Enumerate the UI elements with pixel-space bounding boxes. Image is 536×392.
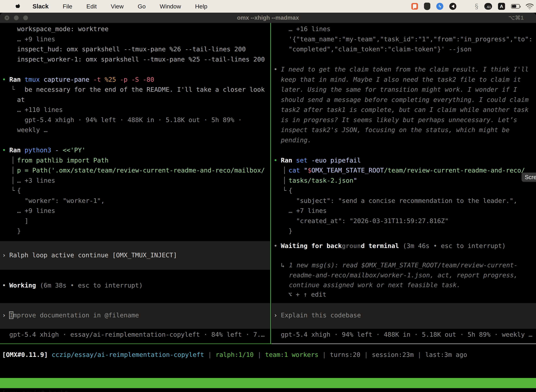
line-text: keep that in mind. Maybe I also need the…: [281, 75, 521, 85]
terminal-line: •Ran tmux capture-pane -t %25 -p -S -80: [0, 75, 270, 85]
edit-hint-line: ⌥ + ↑ edit: [272, 289, 536, 300]
line-text: at: [17, 95, 25, 105]
line-marker: •: [274, 64, 278, 75]
text-segment: d terminal: [361, 242, 399, 249]
working-status-line: •Working (6m 38s • esc to interrupt): [0, 280, 270, 290]
line-text: "completed","claim_token":"claim-token"}…: [289, 44, 471, 54]
text-segment: Waiting for back: [281, 242, 342, 249]
terminal-window: omx --xhigh --madmax ⌥⌘1 workspace_mode:…: [0, 13, 536, 392]
screen-sharing-indicator-icon[interactable]: [411, 3, 418, 10]
menu-item-go[interactable]: Go: [138, 3, 146, 10]
terminal-line: }: [272, 226, 536, 236]
text-segment: -: [51, 146, 59, 154]
text-segment: gpt-5.4 xhigh · 94% left · 488K in · 5.1…: [25, 116, 242, 123]
text-segment: tmux: [25, 76, 40, 83]
tmux-pane-divider[interactable]: [270, 23, 271, 344]
text-segment: "subject": "send a concise recommendatio…: [296, 197, 517, 204]
terminal-line: │… +3 lines: [0, 175, 270, 186]
line-marker: └: [11, 84, 15, 95]
text-segment: 1 new msg(s): read $OMX_TEAM_STATE_ROOT/…: [289, 261, 517, 269]
text-segment: |: [204, 351, 215, 358]
line-text: p = Path('.omx/state/team/review-current…: [17, 165, 265, 175]
omx-session-status-line: [OMX#0.11.9] cczip/essay/ai-reimplementa…: [2, 350, 467, 360]
text-segment: is in progress? It seems likely but perh…: [281, 116, 517, 123]
battery-icon[interactable]: ϟ: [511, 4, 520, 9]
wifi-icon[interactable]: [526, 3, 534, 9]
line-marker: │: [282, 175, 287, 186]
text-segment: … +7 lines: [289, 207, 327, 214]
line-text: weekly …: [17, 125, 48, 135]
text-segment: (6m 38s • esc to interrupt): [36, 282, 143, 289]
text-segment: turns:20: [330, 351, 360, 358]
line-text: should send a message before completing …: [281, 95, 529, 105]
line-text: }: [17, 226, 21, 236]
text-segment: |: [360, 351, 372, 358]
squiggle-app-icon[interactable]: §: [475, 2, 478, 10]
text-segment: workspace_mode: worktree: [17, 25, 109, 33]
line-text: … +9 lines: [17, 206, 55, 216]
waiting-status-line: •Waiting for background terminal (3m 46s…: [272, 241, 536, 251]
text-segment: Ralph loop active continue [OMX_TMUX_INJ…: [9, 252, 177, 259]
app-grid-icon[interactable]: [462, 3, 469, 10]
text-segment: [48, 351, 52, 358]
privacy-shield-icon[interactable]: [424, 3, 430, 10]
text-segment: readme-and-reco/mailbox/worker-1.json, a…: [289, 271, 517, 279]
text-segment: gpt-5.4 xhigh · 94% left · 488K in · 5.1…: [281, 331, 532, 338]
mailbox-message-line: ↳1 new msg(s): read $OMX_TEAM_STATE_ROOT…: [272, 260, 536, 270]
menu-item-file[interactable]: File: [62, 3, 72, 10]
line-text: Ran python3 - <<'PY': [9, 145, 86, 155]
text-segment: pending.: [281, 136, 311, 144]
line-text: … +7 lines: [289, 206, 327, 216]
tmux-pane-right[interactable]: … +16 lines'{"team_name":"my-team","task…: [272, 23, 536, 344]
line-text: … +9 lines: [17, 34, 55, 44]
play-circle-app-icon[interactable]: [449, 3, 456, 10]
terminal-line: … +9 lines: [0, 206, 270, 216]
text-segment: Ran: [281, 157, 296, 164]
terminal-line: │p = Path('.omx/state/team/review-curren…: [0, 165, 270, 175]
terminal-line: … +9 lines: [0, 34, 270, 44]
line-text: inspect_worker-1: omx sparkshell --tmux-…: [17, 54, 265, 65]
line-marker: •: [2, 75, 6, 85]
badge-61-icon[interactable]: ..61: [484, 3, 492, 10]
terminal-content[interactable]: workspace_mode: worktree… +9 linesinspec…: [0, 23, 536, 392]
menu-item-window[interactable]: Window: [160, 3, 181, 10]
text-segment: … +9 lines: [17, 36, 55, 43]
active-app-name[interactable]: Slack: [33, 3, 48, 10]
tmux-pane-left[interactable]: workspace_mode: worktree… +9 linesinspec…: [0, 23, 270, 344]
menu-item-help[interactable]: Help: [195, 3, 207, 10]
a-app-icon[interactable]: A: [498, 3, 505, 10]
terminal-line: workspace_mode: worktree: [0, 24, 270, 34]
line-text: from pathlib import Path: [17, 155, 109, 165]
mailbox-message-line: continue assigned work or next feasible …: [272, 280, 536, 290]
line-text: later. Using the same for transition mig…: [281, 84, 517, 95]
terminal-line: task2 after task1 is complete, but can I…: [272, 105, 536, 115]
terminal-line: inspect_worker-1: omx sparkshell --tmux-…: [0, 54, 270, 65]
text-segment: p = Path('.omx/state/team/review-current…: [17, 167, 265, 174]
terminal-line: … +16 lines: [272, 24, 536, 34]
terminal-line: … +110 lines: [0, 105, 270, 115]
line-text: is in progress? It seems likely but perh…: [281, 115, 517, 125]
menu-item-edit[interactable]: Edit: [86, 3, 97, 10]
apple-menu-icon[interactable]: [15, 3, 20, 9]
terminal-line: │from pathlib import Path: [0, 155, 270, 165]
bolt-app-icon[interactable]: ϟ: [436, 3, 443, 10]
line-text: Working (6m 38s • esc to interrupt): [9, 280, 143, 290]
ralph-loop-line: ›Ralph loop active continue [OMX_TMUX_IN…: [0, 250, 270, 260]
menu-item-view[interactable]: View: [111, 3, 124, 10]
line-marker: ›: [2, 310, 6, 320]
text-segment: python3: [25, 146, 51, 154]
window-titlebar[interactable]: omx --xhigh --madmax ⌥⌘1: [0, 13, 536, 23]
text-segment: last:3m ago: [425, 351, 467, 358]
text-segment: team:1 workers: [265, 351, 318, 358]
terminal-line: pending.: [272, 135, 536, 145]
line-marker: •: [2, 145, 6, 155]
terminal-line: •I need to get the claim token from the …: [272, 64, 536, 75]
line-marker: ↳: [281, 260, 285, 270]
text-segment: <<'PY': [59, 146, 86, 154]
line-marker: │: [11, 165, 15, 175]
line-text: inspect task2's JSON, focusing on the st…: [281, 125, 509, 135]
text-segment: set: [296, 157, 308, 164]
line-text: … +3 lines: [17, 175, 55, 186]
text-segment: -p -S -80: [116, 76, 154, 83]
terminal-line: •Ran python3 - <<'PY': [0, 145, 270, 155]
